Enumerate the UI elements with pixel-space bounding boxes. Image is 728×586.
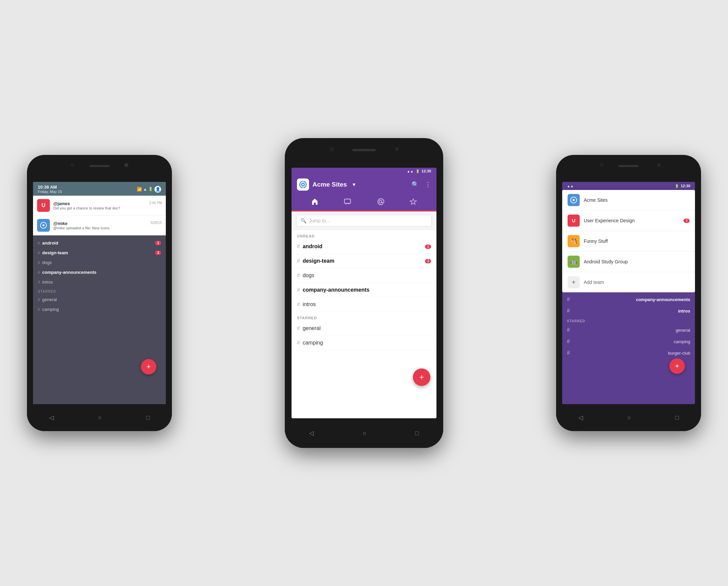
- center-header: Acme Sites ▼ 🔍 ⋮: [292, 175, 436, 195]
- hash-icon: #: [567, 296, 570, 302]
- left-channel-list: # android 1 # design-team 3: [33, 235, 166, 404]
- android-label: android: [42, 240, 58, 245]
- company-ch: company-announcements: [303, 287, 369, 293]
- more-button[interactable]: ⋮: [425, 181, 431, 188]
- mike-time: 5/28/15: [151, 221, 162, 226]
- center-fab[interactable]: +: [413, 368, 430, 386]
- search-placeholder: Jump to...: [309, 218, 330, 223]
- hash-icon: #: [567, 327, 570, 333]
- hash-icon: #: [567, 350, 570, 356]
- ux-name: User Experience Design: [584, 218, 679, 223]
- ch-camping[interactable]: # camping: [33, 304, 166, 314]
- home-icon[interactable]: ○: [363, 430, 366, 437]
- search-input[interactable]: 🔍 Jump to...: [296, 215, 432, 226]
- recents-icon[interactable]: □: [675, 414, 679, 421]
- ch-dogs[interactable]: # dogs: [292, 268, 436, 283]
- dropdown-icon[interactable]: ▼: [352, 182, 356, 187]
- dropdown-acme[interactable]: Acme Sites: [562, 190, 695, 211]
- right-status-bar: ▲▲ 🔋 12:30: [562, 182, 695, 190]
- tab-home[interactable]: [304, 195, 325, 212]
- design-team-ch: design-team: [303, 258, 334, 264]
- center-body: UNREAD # android 1 # design-team 3: [292, 230, 436, 418]
- team-dropdown: Acme Sites U User Experience Design 3 🐴 …: [562, 190, 695, 292]
- tab-starred[interactable]: [403, 195, 424, 211]
- search-button[interactable]: 🔍: [411, 181, 419, 188]
- left-starred-label: STARRED: [33, 287, 166, 295]
- scene: 10:38 AM Friday, May 15 📶 ▲ 🔋 👤 U: [0, 0, 728, 586]
- hash-icon: #: [567, 339, 570, 345]
- ch-android[interactable]: # android 1: [292, 239, 436, 254]
- rch-camping[interactable]: # camping: [562, 336, 695, 347]
- ch-company[interactable]: # company-announcements: [292, 283, 436, 297]
- ch-android[interactable]: # android 1: [33, 238, 166, 248]
- hash-icon: #: [567, 308, 570, 314]
- center-phone: ▲▲ 🔋 12:30: [285, 138, 443, 448]
- center-tabs: [292, 195, 436, 212]
- signal-icon: ▲: [143, 187, 147, 191]
- design-badge: 3: [425, 259, 431, 263]
- right-phone: ▲▲ 🔋 12:30 Acme Sites: [556, 155, 701, 431]
- add-team-label: Add team: [584, 279, 689, 285]
- hash-icon: #: [297, 272, 300, 278]
- rch-general[interactable]: # general: [562, 324, 695, 336]
- dropdown-ux[interactable]: U User Experience Design 3: [562, 211, 695, 231]
- acme-avatar: [568, 194, 580, 206]
- dropdown-android[interactable]: 🤖 Android Study Group: [562, 251, 695, 272]
- battery-icon: 🔋: [416, 169, 420, 173]
- mike-name: @mike: [53, 221, 68, 226]
- android-badge: 1: [425, 244, 431, 249]
- rch-general-label: general: [676, 328, 690, 333]
- rch-intros-label: intros: [678, 309, 690, 314]
- ch-company[interactable]: # company-announcements: [33, 267, 166, 277]
- account-icon: 👤: [154, 186, 161, 193]
- right-fab[interactable]: +: [669, 358, 685, 374]
- tab-mentions[interactable]: [370, 195, 391, 211]
- ch-dogs[interactable]: # dogs: [33, 258, 166, 267]
- intros-ch: intros: [303, 301, 316, 308]
- back-icon[interactable]: ◁: [578, 414, 583, 421]
- ch-general[interactable]: # general: [33, 295, 166, 304]
- back-icon[interactable]: ◁: [309, 429, 314, 437]
- rch-burger[interactable]: # burger-club: [562, 347, 695, 359]
- ch-camping[interactable]: # camping: [292, 336, 436, 350]
- design-team-label: design-team: [42, 250, 68, 255]
- notif-mike[interactable]: @mike 5/28/15 @mike uploaded a file: New…: [33, 216, 166, 235]
- ch-design-team[interactable]: # design-team 3: [292, 254, 436, 268]
- dropdown-add-team[interactable]: + Add team: [562, 272, 695, 292]
- dropdown-funny[interactable]: 🐴 Funny Stuff: [562, 231, 695, 251]
- general-label: general: [42, 297, 57, 302]
- rch-intros[interactable]: # intros: [562, 305, 695, 317]
- add-icon: +: [568, 276, 580, 288]
- left-date: Friday, May 15: [38, 190, 62, 194]
- dogs-ch: dogs: [303, 272, 315, 278]
- design-badge: 3: [155, 250, 161, 255]
- hash-icon: #: [297, 287, 300, 293]
- notif-james[interactable]: U @james 2:46 PM Did you get a chance to…: [33, 196, 166, 216]
- ch-intros[interactable]: # intros: [292, 297, 436, 312]
- svg-point-10: [573, 199, 575, 201]
- mike-avatar: [37, 219, 50, 232]
- back-icon[interactable]: ◁: [49, 414, 54, 421]
- home-icon[interactable]: ○: [98, 414, 102, 421]
- acme-name: Acme Sites: [584, 197, 689, 203]
- hash-icon: #: [297, 243, 300, 249]
- center-bottom-nav: ◁ ○ □: [285, 418, 443, 448]
- right-channel-list: # company-announcements # intros STARRED…: [562, 292, 695, 404]
- company-label: company-announcements: [42, 270, 96, 275]
- signal-icons: ▲▲: [567, 184, 574, 188]
- hash-icon: #: [297, 325, 300, 331]
- ch-design-team[interactable]: # design-team 3: [33, 248, 166, 258]
- wifi-icon: 📶: [137, 187, 142, 192]
- james-msg: Did you get a chance to review that doc?: [53, 206, 162, 210]
- home-icon[interactable]: ○: [627, 414, 631, 421]
- recents-icon[interactable]: □: [146, 414, 150, 421]
- ch-intros[interactable]: # intros: [33, 277, 166, 287]
- signal-icon: ▲▲: [407, 169, 413, 173]
- left-fab[interactable]: +: [141, 359, 156, 374]
- tab-messages[interactable]: [337, 195, 358, 211]
- rch-company[interactable]: # company-announcements: [562, 294, 695, 305]
- android-ch: android: [303, 243, 323, 249]
- recents-icon[interactable]: □: [415, 430, 419, 437]
- ch-general[interactable]: # general: [292, 321, 436, 336]
- search-icon: 🔍: [301, 218, 306, 223]
